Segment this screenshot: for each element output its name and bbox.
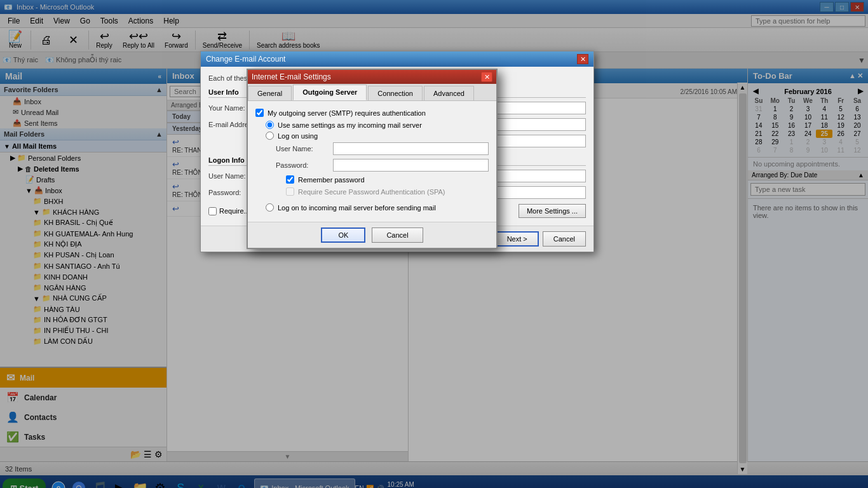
smtp-auth-row: My outgoing server (SMTP) requires authe… [255,109,489,117]
require-spa-checkbox[interactable] [286,187,294,196]
next-btn[interactable]: Next > [496,231,539,247]
tab-outgoing-server[interactable]: Outgoing Server [293,85,367,100]
tab-connection[interactable]: Connection [368,86,423,100]
inet-username-input[interactable] [333,142,489,155]
require-label: Require... [219,207,250,215]
internet-email-settings-dialog: Internet E-mail Settings ✕ General Outgo… [247,69,498,249]
require-spa-label: Require Secure Password Authentication (… [298,188,445,196]
log-on-row: Log on using [255,132,489,140]
inet-password-input[interactable] [333,159,489,172]
require-checkbox[interactable] [208,207,217,215]
inet-settings-title: Internet E-mail Settings [252,72,331,81]
outgoing-server-content: My outgoing server (SMTP) requires authe… [248,101,496,222]
inet-settings-titlebar: Internet E-mail Settings ✕ [248,70,496,84]
inet-settings-footer: OK Cancel [248,222,496,248]
require-spa-row: Require Secure Password Authentication (… [255,187,489,196]
remember-password-row: Remember password [255,175,489,184]
inet-settings-tabs: General Outgoing Server Connection Advan… [248,84,496,101]
log-incoming-radio[interactable] [266,203,274,212]
change-email-titlebar: Change E-mail Account ✕ [201,51,593,67]
smtp-auth-checkbox[interactable] [255,109,264,117]
log-on-label: Log on using [278,132,318,140]
same-settings-radio[interactable] [266,121,274,129]
inet-password-field: Password: [255,159,489,172]
log-incoming-label: Log on to incoming mail server before se… [278,204,436,212]
change-email-title: Change E-mail Account [206,55,285,64]
inet-settings-close-btn[interactable]: ✕ [481,72,492,82]
smtp-auth-label: My outgoing server (SMTP) requires authe… [268,109,426,117]
remember-password-checkbox[interactable] [286,175,294,184]
more-settings-btn[interactable]: More Settings ... [519,204,586,218]
inet-username-label: User Name: [276,145,333,152]
inet-cancel-btn[interactable]: Cancel [372,227,423,243]
change-email-cancel-btn[interactable]: Cancel [543,231,586,247]
inet-username-field: User Name: [255,142,489,155]
tab-advanced[interactable]: Advanced [424,86,474,100]
tab-general[interactable]: General [248,86,292,100]
inet-password-label: Password: [276,161,333,169]
same-settings-row: Use same settings as my incoming mail se… [255,121,489,129]
log-on-radio[interactable] [266,132,274,140]
same-settings-label: Use same settings as my incoming mail se… [278,121,422,129]
log-incoming-row: Log on to incoming mail server before se… [255,203,489,212]
change-email-close-btn[interactable]: ✕ [577,54,588,64]
inet-ok-btn[interactable]: OK [321,227,365,243]
remember-password-label: Remember password [298,176,365,184]
